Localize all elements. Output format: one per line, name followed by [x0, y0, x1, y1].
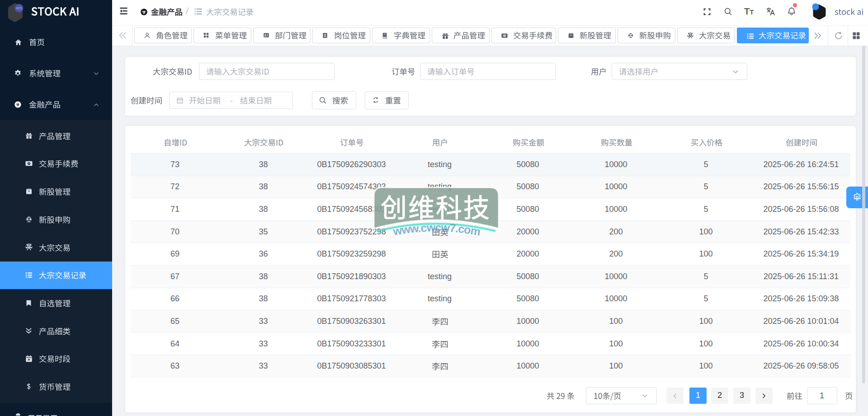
svg-text:www.cwcw7.com: www.cwcw7.com: [392, 221, 481, 238]
